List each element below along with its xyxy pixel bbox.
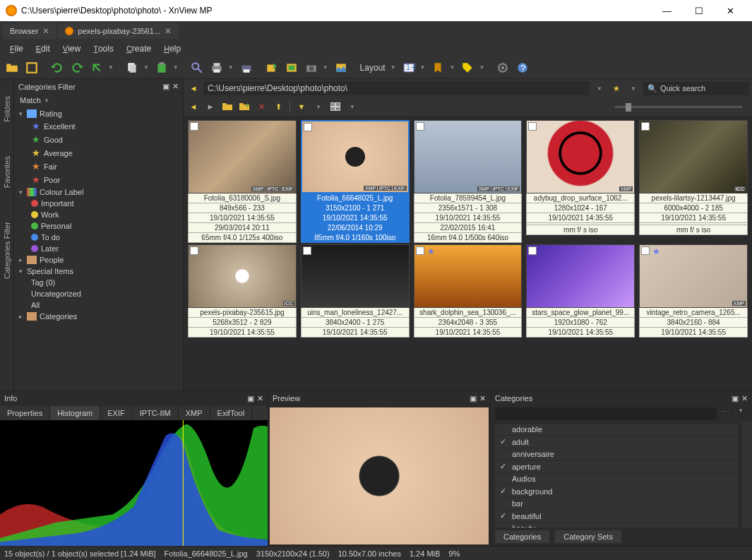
thumbnail-cell[interactable]: stars_space_glow_planet_99...1920x1080 -…	[526, 244, 635, 338]
close-icon[interactable]: ✕	[42, 26, 49, 36]
tab-image[interactable]: pexels-pixabay-23561...✕	[58, 23, 179, 39]
tree-special[interactable]: ▾Special Items	[14, 266, 183, 277]
dropdown-icon[interactable]: ▼	[311, 100, 326, 114]
tree-people[interactable]: ▸People	[14, 254, 183, 266]
thumb-checkbox[interactable]	[190, 246, 198, 255]
nav-back[interactable]: ◄	[186, 100, 201, 114]
thumb-checkbox[interactable]	[416, 246, 424, 255]
close-icon[interactable]: ✕	[172, 82, 179, 91]
tree-poor[interactable]: ★Poor	[14, 173, 183, 186]
dropdown-icon[interactable]: ▼	[477, 64, 487, 71]
tree-colour[interactable]: ▾Colour Label	[14, 186, 183, 198]
category-item[interactable]: bar	[495, 498, 738, 509]
dropdown-icon[interactable]: ▼	[734, 407, 748, 420]
batch-button[interactable]	[282, 59, 301, 77]
thumb-checkbox[interactable]	[528, 122, 537, 131]
thumb-checkbox[interactable]	[641, 122, 650, 131]
category-item[interactable]: adorable	[495, 424, 738, 435]
close-button[interactable]: ✕	[715, 0, 746, 21]
undock-icon[interactable]: ▣	[732, 394, 739, 403]
category-item[interactable]: ✓beautiful	[495, 510, 738, 522]
tag-button[interactable]	[458, 59, 477, 77]
print-button[interactable]	[208, 59, 226, 77]
dropdown-icon[interactable]: ▼	[141, 64, 151, 71]
close-icon[interactable]: ✕	[479, 394, 486, 403]
tree-excellent[interactable]: ★Excellent	[14, 119, 183, 133]
filter-button[interactable]: ▼	[294, 100, 309, 114]
tree-average[interactable]: ★Average	[14, 146, 183, 160]
dropdown-icon[interactable]: ▼	[171, 64, 181, 71]
menu-file[interactable]: File	[4, 42, 29, 55]
menu-help[interactable]: Help	[158, 42, 186, 55]
tree-categories[interactable]: ▸Categories	[14, 311, 183, 322]
match-dropdown[interactable]: Match▼	[14, 94, 183, 107]
fullscreen-button[interactable]	[23, 59, 41, 77]
tab-iptc[interactable]: IPTC-IIM	[133, 406, 179, 420]
category-filter-input[interactable]	[495, 407, 717, 420]
search-button[interactable]	[188, 59, 206, 77]
printer-button[interactable]	[237, 59, 256, 77]
refresh-ccw-button[interactable]	[48, 59, 66, 77]
undock-icon[interactable]: ▣	[162, 82, 169, 91]
thumb-checkbox[interactable]	[528, 246, 537, 255]
thumbnail-cell[interactable]: XMPIPTCEXIFFotolia_78599454_L.jpg2356x15…	[414, 120, 523, 243]
tree-good[interactable]: ★Good	[14, 133, 183, 146]
thumb-checkbox[interactable]	[416, 122, 424, 131]
nav-forward[interactable]: ►	[203, 100, 217, 114]
up-button[interactable]: ⬆	[271, 100, 285, 114]
dropdown-icon[interactable]: ▼	[418, 64, 428, 71]
tree-fair[interactable]: ★Fair	[14, 160, 183, 173]
categories-filter-tab[interactable]: Categories Filter	[3, 219, 11, 282]
dropdown-icon[interactable]: ▼	[321, 64, 330, 71]
bookmark-button[interactable]	[429, 59, 447, 77]
tree-work[interactable]: Work	[14, 209, 183, 220]
layout-label[interactable]: Layout	[357, 63, 388, 73]
copy-button[interactable]	[123, 59, 141, 77]
thumb-checkbox[interactable]	[303, 246, 311, 255]
new-folder-button[interactable]: +	[237, 100, 251, 114]
thumbnail-cell[interactable]: ICCpexels-pixabay-235615.jpg5268x3512 - …	[188, 244, 297, 338]
maximize-button[interactable]: ☐	[683, 0, 715, 21]
tab-properties[interactable]: Properties	[0, 406, 50, 420]
help-button[interactable]: ?	[513, 59, 532, 77]
folders-tab[interactable]: Folders	[3, 93, 11, 125]
refresh-cw-button[interactable]	[68, 59, 86, 77]
path-dropdown[interactable]: ▼	[592, 81, 607, 95]
dropdown-icon[interactable]: ▼	[626, 81, 640, 95]
tab-categories[interactable]: Categories	[495, 530, 549, 543]
tree-important[interactable]: Important	[14, 198, 183, 209]
dropdown-icon[interactable]: ▼	[226, 64, 236, 71]
close-icon[interactable]: ✕	[257, 394, 263, 403]
path-field[interactable]: C:\Users\pierre\Desktop\photo\photo\	[203, 81, 590, 95]
dropdown-icon[interactable]: ▼	[345, 100, 359, 114]
tree-personal[interactable]: Personal	[14, 220, 183, 232]
minimize-button[interactable]: —	[651, 0, 683, 21]
tree-later[interactable]: Later	[14, 243, 183, 254]
open-button[interactable]	[3, 59, 21, 77]
quick-search[interactable]: 🔍Quick search	[643, 82, 749, 95]
sort-button[interactable]: 1-5	[400, 59, 418, 77]
tab-browser[interactable]: Browser✕	[3, 23, 56, 39]
tree-rating[interactable]: ▾Rating	[14, 108, 183, 119]
camera-button[interactable]	[302, 59, 321, 77]
menu-create[interactable]: Create	[121, 42, 157, 55]
category-item[interactable]: ✓background	[495, 485, 738, 497]
thumb-checkbox[interactable]	[190, 122, 198, 131]
undock-icon[interactable]: ▣	[247, 394, 254, 403]
thumb-checkbox[interactable]	[641, 246, 650, 255]
close-icon[interactable]: ✕	[165, 26, 172, 36]
back-button[interactable]: ◄	[186, 81, 201, 95]
thumb-checkbox[interactable]	[304, 123, 312, 131]
tab-category-sets[interactable]: Category Sets	[555, 530, 621, 543]
thumbnail-cell[interactable]: ★shark_dolphin_sea_130036_...2364x2048 -…	[414, 244, 523, 338]
picture-button[interactable]	[332, 59, 350, 77]
view-mode-button[interactable]	[328, 100, 342, 114]
category-item[interactable]: ✓adult	[495, 436, 738, 448]
scrollbar[interactable]	[742, 422, 752, 528]
tree-uncategorized[interactable]: Uncategorized	[14, 288, 183, 299]
tree-all[interactable]: All	[14, 299, 183, 311]
menu-view[interactable]: View	[57, 42, 86, 55]
paste-button[interactable]	[153, 59, 171, 77]
tab-histogram[interactable]: Histogram	[50, 406, 100, 420]
favorite-button[interactable]: ★	[609, 81, 623, 95]
